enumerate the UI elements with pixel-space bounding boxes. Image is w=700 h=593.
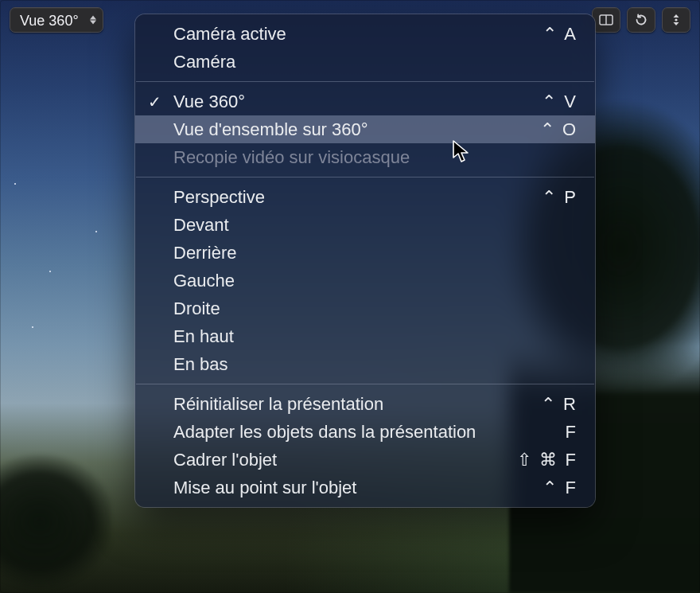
menu-item-label: Cadrer l'objet [173, 450, 517, 470]
menu-item-shortcut: ⌃ P [542, 187, 578, 208]
menu-item[interactable]: Mise au point sur l'objet⌃ F [135, 474, 595, 501]
menu-item[interactable]: Perspective⌃ P [135, 183, 595, 211]
split-view-button[interactable] [592, 7, 620, 33]
star [14, 183, 16, 185]
menu-item-label: Perspective [173, 187, 542, 208]
menu-item[interactable]: Caméra active⌃ A [135, 20, 595, 48]
menu-item[interactable]: Adapter les objets dans la présentationF [135, 418, 595, 446]
menu-item: Recopie vidéo sur visiocasque [135, 143, 595, 171]
menu-item-label: Vue 360° [173, 92, 542, 112]
menu-item-shortcut: ⌃ V [542, 92, 578, 112]
camera-view-selector[interactable]: Vue 360° [10, 7, 103, 33]
menu-item[interactable]: Devant [135, 211, 595, 239]
star [49, 271, 51, 272]
menu-item-shortcut: ⇧ ⌘ F [517, 450, 578, 470]
menu-item[interactable]: Gauche [135, 267, 595, 295]
menu-item-shortcut: ⌃ A [542, 24, 578, 45]
scene-tree-left [0, 450, 111, 593]
split-rect-icon [599, 14, 613, 25]
camera-view-menu[interactable]: Caméra active⌃ ACaméra✓Vue 360°⌃ VVue d'… [135, 14, 595, 507]
menu-item[interactable]: Cadrer l'objet⇧ ⌘ F [135, 446, 595, 474]
updown-stepper-icon [90, 16, 96, 25]
menu-item-label: Réinitialiser la présentation [173, 394, 541, 415]
menu-item-label: Recopie vidéo sur visiocasque [173, 147, 578, 168]
menu-item-label: Devant [173, 215, 578, 236]
menu-item[interactable]: Réinitialiser la présentation⌃ R [135, 390, 595, 418]
menu-item[interactable]: Vue d'ensemble sur 360°⌃ O [135, 115, 595, 143]
menu-item-label: Mise au point sur l'objet [173, 478, 542, 498]
menu-separator [136, 177, 594, 178]
pan-zoom-button[interactable] [662, 7, 690, 33]
menu-item[interactable]: Derrière [135, 239, 595, 267]
menu-item-label: Caméra [173, 52, 578, 72]
menu-item-label: En haut [173, 326, 578, 347]
menu-item[interactable]: En haut [135, 322, 595, 350]
menu-item-label: En bas [173, 354, 578, 375]
menu-item-label: Droite [173, 298, 578, 319]
menu-item-label: Gauche [173, 271, 578, 291]
menu-item-label: Derrière [173, 243, 578, 263]
refresh-icon [634, 13, 648, 27]
star [32, 326, 33, 328]
menu-item-shortcut: ⌃ F [542, 478, 578, 498]
menu-item[interactable]: En bas [135, 350, 595, 378]
star [95, 231, 97, 232]
menu-separator [136, 384, 594, 384]
camera-view-selector-label: Vue 360° [20, 13, 79, 29]
menu-item[interactable]: Droite [135, 295, 595, 322]
menu-separator [136, 81, 594, 82]
vertical-arrows-icon [671, 13, 682, 27]
menu-item[interactable]: ✓Vue 360°⌃ V [135, 88, 595, 115]
menu-item-label: Vue d'ensemble sur 360° [173, 119, 540, 140]
svg-point-2 [675, 18, 677, 21]
menu-item-label: Adapter les objets dans la présentation [173, 422, 566, 443]
checkmark-icon: ✓ [148, 94, 161, 110]
toolbar-right-group [592, 7, 690, 33]
menu-item-label: Caméra active [173, 24, 542, 45]
menu-item-shortcut: ⌃ O [540, 119, 578, 140]
menu-item[interactable]: Caméra [135, 48, 595, 76]
reset-orbit-button[interactable] [627, 7, 655, 33]
menu-item-shortcut: F [566, 422, 578, 443]
menu-item-shortcut: ⌃ R [541, 394, 578, 415]
